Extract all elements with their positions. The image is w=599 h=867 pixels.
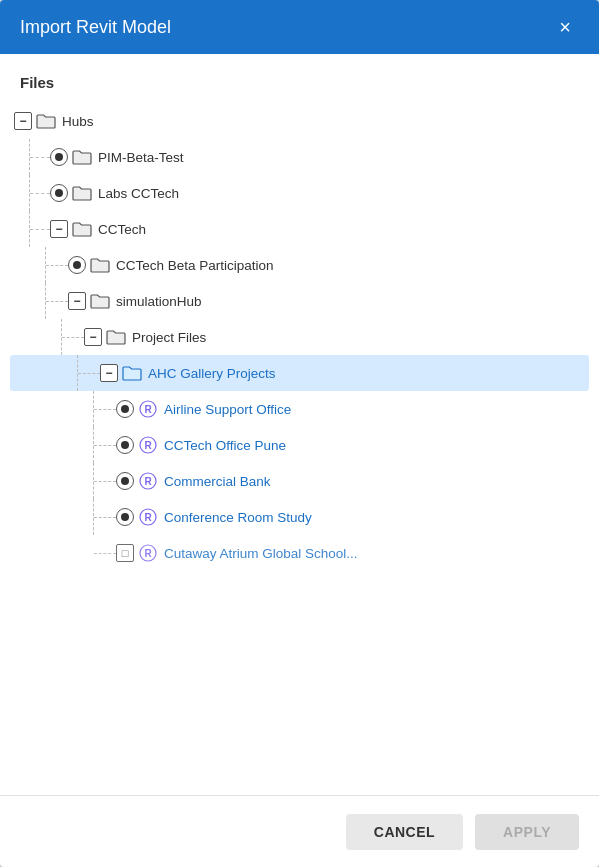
toggle-labs[interactable] xyxy=(50,184,68,202)
folder-icon-labs xyxy=(72,185,92,201)
tree-row-cctechpune[interactable]: R CCTech Office Pune xyxy=(10,427,589,463)
node-label-cctech: CCTech xyxy=(98,222,146,237)
svg-text:R: R xyxy=(144,440,152,451)
toggle-cctechpune[interactable] xyxy=(116,436,134,454)
node-label-airline: Airline Support Office xyxy=(164,402,291,417)
node-label-cutaway: Cutaway Atrium Global School... xyxy=(164,546,358,561)
toggle-ahc[interactable]: − xyxy=(100,364,118,382)
folder-icon-simhub xyxy=(90,293,110,309)
toggle-conference[interactable] xyxy=(116,508,134,526)
revit-icon-commercial: R xyxy=(138,471,158,491)
node-label-labs: Labs CCTech xyxy=(98,186,179,201)
dialog-title: Import Revit Model xyxy=(20,17,171,38)
svg-text:R: R xyxy=(144,512,152,523)
tree-row-labs[interactable]: Labs CCTech xyxy=(10,175,589,211)
tree-node-simhub: − simulationHub xyxy=(10,283,589,571)
tree-children-ahc: R Airline Support Office xyxy=(10,391,589,571)
toggle-commercial[interactable] xyxy=(116,472,134,490)
tree-node-ahc: − AHC Gallery Proje xyxy=(10,355,589,571)
tree-row-airline[interactable]: R Airline Support Office xyxy=(10,391,589,427)
node-label-hubs: Hubs xyxy=(62,114,94,129)
svg-text:R: R xyxy=(144,404,152,415)
toggle-cctech-beta[interactable] xyxy=(68,256,86,274)
toggle-projectfiles[interactable]: − xyxy=(84,328,102,346)
tree-children-cctech: CCTech Beta Participation xyxy=(10,247,589,571)
svg-text:R: R xyxy=(144,476,152,487)
tree-row-cutaway[interactable]: □ R xyxy=(10,535,589,571)
folder-icon-cctech-beta xyxy=(90,257,110,273)
folder-icon-hubs xyxy=(36,113,56,129)
folder-icon-projectfiles xyxy=(106,329,126,345)
toggle-simhub[interactable]: − xyxy=(68,292,86,310)
tree-children-projectfiles: − AHC Gallery Proje xyxy=(10,355,589,571)
revit-icon-cutaway: R xyxy=(138,543,158,563)
toggle-airline[interactable] xyxy=(116,400,134,418)
toggle-cctech[interactable]: − xyxy=(50,220,68,238)
node-label-ahc: AHC Gallery Projects xyxy=(148,366,276,381)
tree-row-conference[interactable]: R Conference Room Study xyxy=(10,499,589,535)
svg-text:R: R xyxy=(144,548,152,559)
node-label-simhub: simulationHub xyxy=(116,294,202,309)
tree-node-hubs: − Hubs xyxy=(10,103,589,571)
cancel-button[interactable]: CANCEL xyxy=(346,814,463,850)
folder-icon-pim xyxy=(72,149,92,165)
apply-button[interactable]: APPLY xyxy=(475,814,579,850)
tree-container[interactable]: − Hubs xyxy=(0,103,599,795)
tree-row-cctech-beta[interactable]: CCTech Beta Participation xyxy=(10,247,589,283)
tree-row-pim[interactable]: PIM-Beta-Test xyxy=(10,139,589,175)
tree-row-cctech[interactable]: − CCTech xyxy=(10,211,589,247)
files-label: Files xyxy=(0,74,599,103)
tree-row-hubs[interactable]: − Hubs xyxy=(10,103,589,139)
tree-node-cctech: − CCTech xyxy=(10,211,589,571)
toggle-hubs[interactable]: − xyxy=(14,112,32,130)
node-label-conference: Conference Room Study xyxy=(164,510,312,525)
dialog-body: Files − Hubs xyxy=(0,54,599,795)
import-revit-dialog: Import Revit Model × Files − xyxy=(0,0,599,867)
node-label-pim: PIM-Beta-Test xyxy=(98,150,184,165)
revit-icon-cctechpune: R xyxy=(138,435,158,455)
revit-icon-conference: R xyxy=(138,507,158,527)
node-label-cctechpune: CCTech Office Pune xyxy=(164,438,286,453)
node-label-cctech-beta: CCTech Beta Participation xyxy=(116,258,274,273)
close-button[interactable]: × xyxy=(551,13,579,41)
toggle-cutaway[interactable]: □ xyxy=(116,544,134,562)
dialog-footer: CANCEL APPLY xyxy=(0,795,599,867)
dialog-header: Import Revit Model × xyxy=(0,0,599,54)
tree-row-simhub[interactable]: − simulationHub xyxy=(10,283,589,319)
tree-row-commercial[interactable]: R Commercial Bank xyxy=(10,463,589,499)
tree-row-ahc[interactable]: − AHC Gallery Proje xyxy=(10,355,589,391)
node-label-commercial: Commercial Bank xyxy=(164,474,271,489)
node-label-projectfiles: Project Files xyxy=(132,330,206,345)
revit-icon-airline: R xyxy=(138,399,158,419)
tree-children-hubs: PIM-Beta-Test xyxy=(10,139,589,571)
folder-icon-cctech xyxy=(72,221,92,237)
tree-node-projectfiles: − Project Files xyxy=(10,319,589,571)
toggle-pim[interactable] xyxy=(50,148,68,166)
tree-row-projectfiles[interactable]: − Project Files xyxy=(10,319,589,355)
folder-icon-ahc xyxy=(122,365,142,381)
tree-children-simhub: − Project Files xyxy=(10,319,589,571)
